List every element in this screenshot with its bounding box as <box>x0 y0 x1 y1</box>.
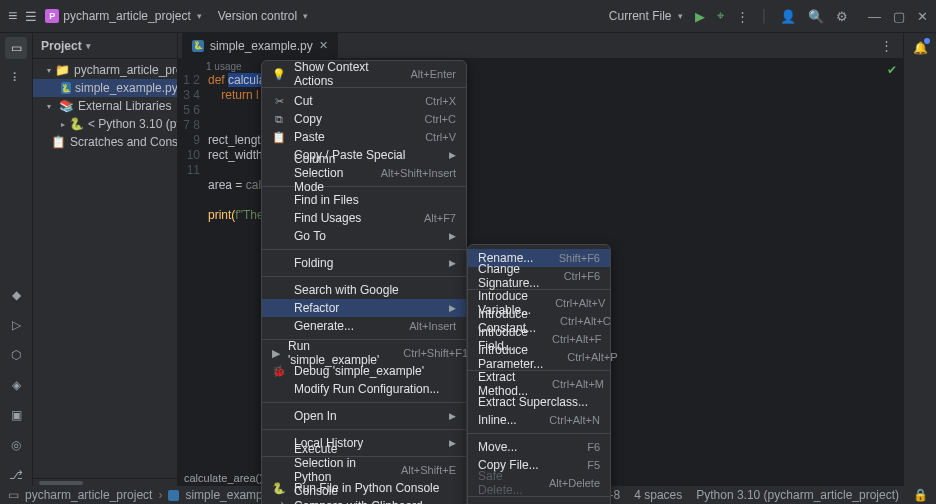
problems-icon[interactable]: ◎ <box>5 434 27 456</box>
menu-introduce-parameter[interactable]: Introduce Parameter...Ctrl+Alt+P <box>468 348 610 366</box>
structure-tool-icon[interactable]: ⠇ <box>5 67 27 89</box>
tree-scratches[interactable]: 📋 Scratches and Consoles <box>33 133 177 151</box>
paste-icon: 📋 <box>272 131 286 144</box>
debug-icon: 🐞 <box>272 365 286 378</box>
menu-paste[interactable]: 📋PasteCtrl+V <box>262 128 466 146</box>
status-lock-icon[interactable]: 🔒 <box>913 488 928 502</box>
project-selector[interactable]: P pycharm_article_project ▾ <box>45 9 201 23</box>
hamburger-icon[interactable]: ≡ <box>8 7 17 25</box>
menu-find-usages[interactable]: Find UsagesAlt+F7 <box>262 209 466 227</box>
submenu-icon: ▶ <box>449 411 456 421</box>
copy-icon: ⧉ <box>272 113 286 126</box>
menu-show-context-actions[interactable]: 💡Show Context ActionsAlt+Enter <box>262 65 466 83</box>
settings-icon[interactable]: ⚙ <box>836 9 848 24</box>
more-icon[interactable]: ⋮ <box>736 9 749 24</box>
expand-icon[interactable]: ▾ <box>47 102 55 111</box>
menu-extract-superclass[interactable]: Extract Superclass... <box>468 393 610 411</box>
menu-inline[interactable]: Inline...Ctrl+Alt+N <box>468 411 610 429</box>
python-icon: 🐍 <box>272 482 286 495</box>
tree-label: External Libraries <box>78 99 171 113</box>
python-file-icon: 🐍 <box>192 40 204 52</box>
tree-label: simple_example.py <box>75 81 177 95</box>
project-panel-title: Project <box>41 39 82 53</box>
menu-column-selection[interactable]: Column Selection ModeAlt+Shift+Insert <box>262 164 466 182</box>
python-console-icon[interactable]: ◈ <box>5 374 27 396</box>
run-tool-icon[interactable]: ▷ <box>5 314 27 336</box>
menu-move[interactable]: Move...F6 <box>468 438 610 456</box>
run-icon[interactable]: ▶ <box>695 9 705 24</box>
python-file-icon <box>168 490 179 501</box>
menu-generate[interactable]: Generate...Alt+Insert <box>262 317 466 335</box>
line-numbers: 1 2 3 4 5 6 7 8 9 10 11 <box>178 73 208 223</box>
menu-goto[interactable]: Go To▶ <box>262 227 466 245</box>
tree-ext-libs[interactable]: ▾ 📚 External Libraries <box>33 97 177 115</box>
menu-folding[interactable]: Folding▶ <box>262 254 466 272</box>
horizontal-scrollbar[interactable] <box>33 478 177 486</box>
editor-tabs: 🐍 simple_example.py ✕ ⋮ <box>178 33 903 59</box>
status-interpreter[interactable]: Python 3.10 (pycharm_article_project) <box>696 488 899 502</box>
notifications-icon[interactable]: 🔔 <box>909 37 931 59</box>
validation-icon[interactable]: ✔ <box>887 63 897 77</box>
left-toolstrip: ▭ ⠇ ◆ ▷ ⬡ ◈ ▣ ◎ ⎇ <box>0 33 33 486</box>
menu-modify-run[interactable]: Modify Run Configuration... <box>262 380 466 398</box>
menu-safe-delete: Safe Delete...Alt+Delete <box>468 474 610 492</box>
chevron-down-icon: ▾ <box>303 11 308 21</box>
menu-cut[interactable]: ✂CutCtrl+X <box>262 92 466 110</box>
menu-run[interactable]: ▶Run 'simple_example'Ctrl+Shift+F10 <box>262 344 466 362</box>
chevron-down-icon: ▾ <box>86 41 91 51</box>
menu-compare-clipboard[interactable]: ⇄Compare with Clipboard <box>262 497 466 504</box>
menu-exec-selection[interactable]: Execute Selection in Python ConsoleAlt+S… <box>262 461 466 479</box>
vcs-selector[interactable]: Version control ▾ <box>218 9 308 23</box>
run-icon: ▶ <box>272 347 280 360</box>
menu-copy[interactable]: ⧉CopyCtrl+C <box>262 110 466 128</box>
menu-search-google[interactable]: Search with Google <box>262 281 466 299</box>
terminal-icon[interactable]: ▣ <box>5 404 27 426</box>
tree-python-sdk[interactable]: ▸ 🐍 < Python 3.10 (pycharm_article_p <box>33 115 177 133</box>
status-indent[interactable]: 4 spaces <box>634 488 682 502</box>
submenu-icon: ▶ <box>449 303 456 313</box>
menu-open-in[interactable]: Open In▶ <box>262 407 466 425</box>
project-tool-icon[interactable]: ▭ <box>5 37 27 59</box>
chevron-down-icon: ▾ <box>197 11 202 21</box>
project-panel-header[interactable]: Project ▾ <box>33 33 177 59</box>
editor-tab[interactable]: 🐍 simple_example.py ✕ <box>182 33 339 59</box>
tab-more-icon[interactable]: ⋮ <box>880 38 893 53</box>
cut-icon: ✂ <box>272 95 286 108</box>
expand-icon[interactable]: ▾ <box>47 66 51 75</box>
tree-label: pycharm_article_project <box>74 63 177 77</box>
status-folder-icon[interactable]: ▭ <box>8 488 19 502</box>
project-panel: Project ▾ ▾ 📁 pycharm_article_project C:… <box>33 33 178 486</box>
search-icon[interactable]: 🔍 <box>808 9 824 24</box>
menu-find-in-files[interactable]: Find in Files <box>262 191 466 209</box>
run-config-selector[interactable]: Current File ▾ <box>609 9 683 23</box>
project-tree: ▾ 📁 pycharm_article_project C:\Users 🐍 s… <box>33 59 177 153</box>
menu-paste-special[interactable]: Copy / Paste Special▶ <box>262 146 466 164</box>
maximize-icon[interactable]: ▢ <box>893 9 905 24</box>
python-file-icon: 🐍 <box>61 82 71 94</box>
menu-extract-method[interactable]: Extract Method...Ctrl+Alt+M <box>468 375 610 393</box>
vcs-tool-icon[interactable]: ⎇ <box>5 464 27 486</box>
python-packages-icon[interactable]: ◆ <box>5 284 27 306</box>
close-tab-icon[interactable]: ✕ <box>319 39 328 52</box>
bulb-icon: 💡 <box>272 68 286 81</box>
project-icon: P <box>45 9 59 23</box>
menu-run-console[interactable]: 🐍Run File in Python Console <box>262 479 466 497</box>
editor-breadcrumb[interactable]: calculate_area() <box>184 472 263 484</box>
tab-label: simple_example.py <box>210 39 313 53</box>
tree-file-selected[interactable]: 🐍 simple_example.py <box>33 79 177 97</box>
close-icon[interactable]: ✕ <box>917 9 928 24</box>
debug-icon[interactable]: ⌖ <box>717 8 724 24</box>
menu-debug[interactable]: 🐞Debug 'simple_example' <box>262 362 466 380</box>
codewithme-icon[interactable]: 👤 <box>780 9 796 24</box>
tree-root[interactable]: ▾ 📁 pycharm_article_project C:\Users <box>33 61 177 79</box>
menu-change-signature[interactable]: Change Signature...Ctrl+F6 <box>468 267 610 285</box>
menu-refactor[interactable]: Refactor▶ <box>262 299 466 317</box>
submenu-icon: ▶ <box>449 258 456 268</box>
expand-icon[interactable]: ▸ <box>61 120 65 129</box>
services-icon[interactable]: ⬡ <box>5 344 27 366</box>
minimize-icon[interactable]: — <box>868 9 881 24</box>
main-menu-icon[interactable]: ☰ <box>25 9 37 24</box>
vcs-label: Version control <box>218 9 297 23</box>
project-name: pycharm_article_project <box>63 9 190 23</box>
status-crumb-root[interactable]: pycharm_article_project <box>25 488 152 502</box>
